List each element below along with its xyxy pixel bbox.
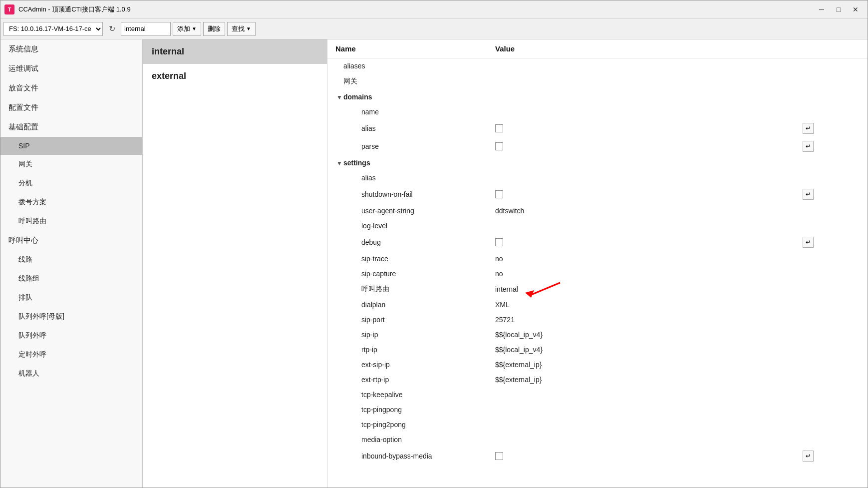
edit-button[interactable]: ↵ [803, 451, 814, 462]
find-button[interactable]: 查找 ▼ [227, 22, 256, 36]
minimize-button[interactable]: ─ [814, 2, 830, 16]
expand-icon[interactable]: ▼ [335, 160, 343, 167]
sidebar-item-lines[interactable]: 线路 [0, 250, 142, 269]
expand-icon[interactable]: ▼ [335, 94, 343, 101]
row-value-cell [487, 170, 868, 185]
sidebar-item-queue-outbound-master[interactable]: 队列外呼[母版] [0, 307, 142, 326]
table-row[interactable]: log-level [327, 218, 868, 233]
sidebar-item-system-info[interactable]: 系统信息 [0, 39, 142, 59]
value-text: $${local_ip_v4} [495, 346, 543, 354]
table-row[interactable]: shutdown-on-fail↵ [327, 185, 868, 203]
row-value-cell [487, 387, 868, 402]
table-row[interactable]: user-agent-stringddtswitch [327, 203, 868, 218]
table-row[interactable]: dialplanXML [327, 297, 868, 312]
close-button[interactable]: ✕ [848, 2, 864, 16]
sidebar: 系统信息 运维调试 放音文件 配置文件 基础配置 SIP 网关 分机 [0, 39, 143, 488]
row-label: ext-sip-ip [361, 361, 390, 369]
sidebar-item-basic-config[interactable]: 基础配置 [0, 117, 142, 137]
row-label: domains [343, 93, 372, 101]
middle-panel: internal external [143, 39, 327, 488]
table-row[interactable]: sip-captureno [327, 266, 868, 281]
sidebar-item-config-files[interactable]: 配置文件 [0, 98, 142, 117]
table-row[interactable]: 网关 [327, 73, 868, 89]
table-row[interactable]: name [327, 104, 868, 119]
sidebar-item-line-groups[interactable]: 线路组 [0, 269, 142, 288]
sidebar-item-scheduled-outbound[interactable]: 定时外呼 [0, 345, 142, 364]
table-row[interactable]: debug↵ [327, 233, 868, 251]
svg-marker-1 [525, 290, 534, 298]
row-label: sip-ip [361, 331, 378, 339]
table-row[interactable]: inbound-bypass-media↵ [327, 447, 868, 465]
sidebar-item-audio-files[interactable]: 放音文件 [0, 78, 142, 98]
table-row[interactable]: sip-port25721 [327, 312, 868, 327]
row-label: shutdown-on-fail [361, 190, 413, 198]
row-value-cell [487, 155, 868, 170]
table-row[interactable]: media-option [327, 432, 868, 447]
middle-item-internal[interactable]: internal [143, 39, 327, 64]
table-row[interactable]: tcp-keepalive [327, 387, 868, 402]
table-row[interactable]: sip-traceno [327, 251, 868, 266]
row-value-cell [487, 104, 868, 119]
row-name-cell: aliases [327, 58, 487, 74]
value-text: XML [495, 301, 510, 309]
row-value-cell: ↵ [487, 119, 868, 137]
sidebar-item-ops-debug[interactable]: 运维调试 [0, 59, 142, 78]
row-name-cell: dialplan [327, 297, 487, 312]
checkbox-icon[interactable] [495, 124, 503, 132]
sidebar-item-extension[interactable]: 分机 [0, 174, 142, 193]
row-name-cell: alias [327, 119, 487, 137]
row-name-cell: sip-ip [327, 327, 487, 342]
table-row[interactable]: ext-rtp-ip$${external_ip} [327, 372, 868, 387]
edit-button[interactable]: ↵ [803, 237, 814, 248]
checkbox-icon[interactable] [495, 452, 503, 460]
row-label: media-option [361, 436, 402, 444]
table-row[interactable]: rtp-ip$${local_ip_v4} [327, 342, 868, 357]
delete-button[interactable]: 删除 [203, 22, 225, 36]
table-row[interactable]: tcp-pingpong [327, 402, 868, 417]
sidebar-item-receptionist[interactable]: 机器人 [0, 364, 142, 383]
row-value-cell [487, 218, 868, 233]
table-row[interactable]: aliases [327, 58, 868, 74]
table-row[interactable]: ext-sip-ip$${external_ip} [327, 357, 868, 372]
main-window: T CCAdmin - 顶顶通CTI接口客户端 1.0.9 ─ □ ✕ FS: … [0, 0, 868, 488]
row-value-cell: XML [487, 297, 868, 312]
checkbox-icon[interactable] [495, 238, 503, 246]
search-input[interactable] [121, 22, 171, 36]
table-row[interactable]: tcp-ping2pong [327, 417, 868, 432]
checkbox-icon[interactable] [495, 190, 503, 198]
row-name-cell: 呼叫路由 [327, 281, 487, 297]
maximize-button[interactable]: □ [831, 2, 847, 16]
row-name-cell: name [327, 104, 487, 119]
row-value-cell: $${local_ip_v4} [487, 342, 868, 357]
row-value-cell: ↵ [487, 233, 868, 251]
row-value-cell: $${local_ip_v4} [487, 327, 868, 342]
row-name-cell: alias [327, 170, 487, 185]
table-row[interactable]: alias [327, 170, 868, 185]
middle-item-external[interactable]: external [143, 64, 327, 88]
refresh-button[interactable]: ↻ [105, 22, 119, 36]
edit-button[interactable]: ↵ [803, 189, 814, 200]
row-label: 呼叫路由 [361, 285, 389, 293]
table-row[interactable]: parse↵ [327, 137, 868, 155]
edit-button[interactable]: ↵ [803, 123, 814, 134]
sidebar-item-queue-outbound[interactable]: 队列外呼 [0, 326, 142, 345]
row-label: rtp-ip [361, 346, 377, 354]
title-bar: T CCAdmin - 顶顶通CTI接口客户端 1.0.9 ─ □ ✕ [0, 0, 868, 18]
table-row[interactable]: 呼叫路由internal [327, 281, 868, 297]
checkbox-icon[interactable] [495, 142, 503, 150]
table-row[interactable]: ▼settings [327, 155, 868, 170]
edit-button[interactable]: ↵ [803, 141, 814, 152]
row-label: settings [343, 159, 370, 167]
sidebar-item-dialplan-scheme[interactable]: 拨号方案 [0, 193, 142, 212]
table-row[interactable]: sip-ip$${local_ip_v4} [327, 327, 868, 342]
sidebar-item-sip[interactable]: SIP [0, 137, 142, 155]
table-row[interactable]: alias↵ [327, 119, 868, 137]
sidebar-item-call-center[interactable]: 呼叫中心 [0, 231, 142, 250]
sidebar-item-queue[interactable]: 排队 [0, 288, 142, 307]
sidebar-item-gateway[interactable]: 网关 [0, 155, 142, 174]
row-label: sip-capture [361, 270, 396, 278]
table-row[interactable]: ▼domains [327, 89, 868, 104]
fs-server-dropdown[interactable]: FS: 10.0.16.17-VM-16-17-ce [3, 22, 103, 36]
sidebar-item-call-routing[interactable]: 呼叫路由 [0, 212, 142, 231]
add-button[interactable]: 添加 ▼ [173, 22, 201, 36]
